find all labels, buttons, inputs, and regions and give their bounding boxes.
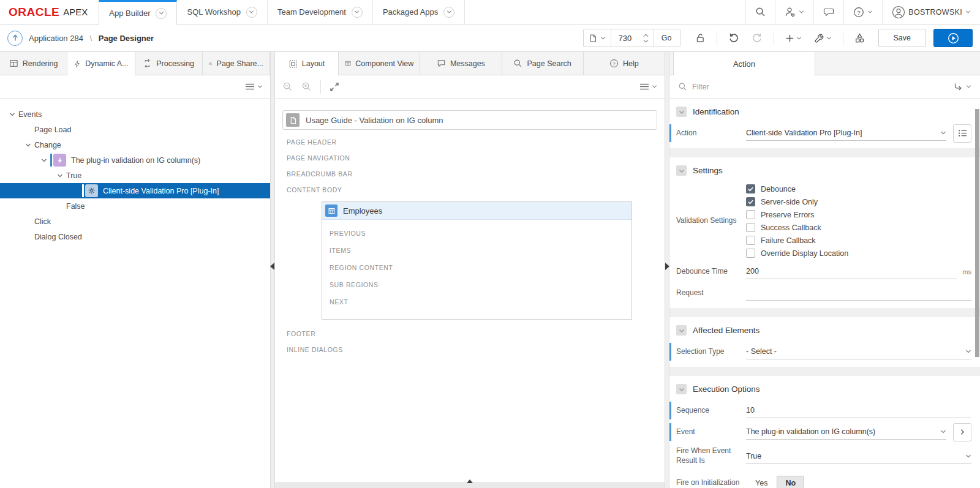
checkbox-success-callback[interactable]: Success Callback — [746, 221, 971, 234]
collapse-section-icon[interactable] — [676, 384, 687, 394]
shared-components-button[interactable] — [851, 29, 869, 47]
tree-item[interactable]: Page Load — [0, 122, 270, 137]
left-splitter[interactable] — [270, 52, 275, 488]
request-input[interactable] — [746, 285, 971, 301]
zoom-in-icon[interactable] — [301, 81, 312, 92]
bottom-splitter[interactable] — [275, 482, 665, 488]
event-go-button[interactable] — [953, 423, 971, 441]
slot-breadcrumb-bar[interactable]: BREADCRUMB BAR — [282, 170, 657, 178]
tab-page-search[interactable]: Page Search — [502, 52, 584, 75]
tree-menu-button[interactable] — [245, 83, 263, 91]
slot-region-content[interactable]: REGION CONTENT — [330, 264, 631, 271]
tree-expand-icon[interactable] — [25, 142, 34, 148]
tab-component-view[interactable]: Component View — [339, 52, 420, 75]
tree-item[interactable]: Click — [0, 214, 270, 229]
tab-help[interactable]: ? Help — [584, 52, 665, 75]
checkbox-debounce[interactable]: Debounce — [746, 182, 971, 195]
action-select[interactable]: Client-side Validation Pro [Plug-In] — [746, 126, 946, 141]
chevron-down-icon[interactable] — [246, 7, 257, 18]
tab-packaged-apps[interactable]: Packaged Apps — [373, 0, 465, 24]
fire-when-select[interactable]: True — [746, 449, 971, 464]
tab-layout[interactable]: Layout — [275, 52, 339, 75]
goto-menu-button[interactable] — [954, 83, 971, 91]
tab-dynamic-actions[interactable]: Dynamic A... — [67, 52, 135, 75]
chevron-down-icon[interactable] — [443, 7, 454, 18]
save-button[interactable]: Save — [878, 29, 927, 47]
no-button[interactable]: No — [777, 476, 804, 488]
checkbox-box[interactable] — [746, 197, 755, 206]
expand-icon[interactable] — [330, 82, 339, 92]
slot-next[interactable]: NEXT — [330, 298, 631, 306]
redo-button[interactable] — [748, 29, 766, 47]
tree-expand-icon[interactable] — [9, 111, 18, 118]
header-help-menu[interactable]: ? — [843, 0, 882, 24]
undo-button[interactable] — [725, 29, 743, 47]
region-employees[interactable]: Employees PREVIOUS ITEMS REGION CONTENT … — [322, 201, 632, 320]
debounce-time-input[interactable]: 200 — [746, 264, 957, 279]
collapse-section-icon[interactable] — [676, 325, 687, 336]
create-menu-button[interactable] — [782, 30, 805, 47]
collapse-left-icon[interactable] — [270, 263, 274, 270]
utilities-menu-button[interactable] — [810, 29, 835, 47]
checkbox-box[interactable] — [746, 210, 755, 219]
collapse-section-icon[interactable] — [676, 107, 687, 117]
collapse-right-icon[interactable] — [665, 263, 669, 270]
tree-item[interactable]: Change — [0, 137, 270, 152]
collapse-section-icon[interactable] — [676, 165, 687, 176]
slot-previous[interactable]: PREVIOUS — [330, 230, 631, 237]
slot-content-body[interactable]: CONTENT BODY — [282, 186, 657, 193]
right-splitter[interactable] — [665, 52, 669, 488]
tab-sql-workshop[interactable]: SQL Workshop — [177, 0, 267, 24]
checkbox-server-side-only[interactable]: Server-side Only — [746, 195, 971, 208]
right-pane-scrollbar[interactable] — [975, 109, 979, 357]
lock-button[interactable] — [692, 29, 709, 47]
run-button[interactable] — [933, 29, 973, 47]
tree-item[interactable]: The plug-in validation on IG column(s) — [0, 152, 270, 168]
tree-item[interactable]: Client-side Validation Pro [Plug-In] — [0, 183, 270, 198]
tab-rendering[interactable]: Rendering — [0, 52, 67, 75]
tree-item[interactable]: True — [0, 168, 270, 183]
zoom-out-icon[interactable] — [282, 81, 293, 92]
checkbox-override-display-location[interactable]: Override Display Location — [746, 247, 971, 260]
event-select[interactable]: The plug-in validation on IG column(s) — [746, 424, 946, 440]
tab-action[interactable]: Action — [673, 52, 815, 75]
header-user-menu[interactable]: BOSTROWSKI — [882, 0, 980, 24]
slot-items[interactable]: ITEMS — [330, 247, 631, 254]
checkbox-preserve-errors[interactable]: Preserve Errors — [746, 208, 971, 221]
breadcrumb-application[interactable]: Application 284 — [29, 34, 83, 43]
slot-footer[interactable]: FOOTER — [282, 330, 657, 337]
action-list-button[interactable] — [953, 124, 971, 143]
slot-page-header[interactable]: PAGE HEADER — [282, 138, 657, 146]
page-number-stepper[interactable] — [639, 29, 654, 47]
layout-menu-button[interactable] — [639, 83, 657, 91]
tree-item[interactable]: Events — [0, 107, 270, 122]
slot-inline-dialogs[interactable]: INLINE DIALOGS — [282, 346, 657, 353]
header-feedback-button[interactable] — [813, 0, 843, 24]
chevron-down-icon[interactable] — [156, 8, 167, 19]
page-title-region[interactable]: Usage Guide - Validation on IG column — [282, 110, 657, 130]
page-number-input[interactable] — [611, 29, 639, 47]
tree-expand-icon[interactable] — [41, 157, 50, 163]
checkbox-failure-callback[interactable]: Failure Callback — [746, 234, 971, 247]
tab-page-shared-components[interactable]: Page Share... — [203, 52, 270, 75]
tree-expand-icon[interactable] — [57, 173, 66, 179]
chevron-down-icon[interactable] — [352, 7, 363, 18]
page-finder-button[interactable] — [584, 29, 611, 47]
header-admin-menu[interactable] — [775, 0, 813, 24]
tree-item[interactable]: False — [0, 198, 270, 214]
checkbox-box[interactable] — [746, 184, 755, 193]
region-header[interactable]: Employees — [322, 202, 631, 220]
header-search-button[interactable] — [745, 0, 775, 24]
sequence-input[interactable]: 10 — [746, 403, 971, 418]
slot-page-navigation[interactable]: PAGE NAVIGATION — [282, 154, 657, 162]
tree-item[interactable]: Dialog Closed — [0, 229, 270, 244]
yes-button[interactable]: Yes — [746, 476, 777, 488]
tab-app-builder[interactable]: App Builder — [99, 0, 177, 24]
go-button[interactable]: Go — [654, 29, 680, 47]
filter-input[interactable] — [692, 83, 949, 91]
checkbox-box[interactable] — [746, 249, 755, 258]
go-up-button[interactable] — [7, 31, 23, 46]
tab-team-development[interactable]: Team Development — [268, 0, 373, 24]
expand-up-icon[interactable] — [467, 479, 473, 483]
tab-messages[interactable]: Messages — [420, 52, 502, 75]
